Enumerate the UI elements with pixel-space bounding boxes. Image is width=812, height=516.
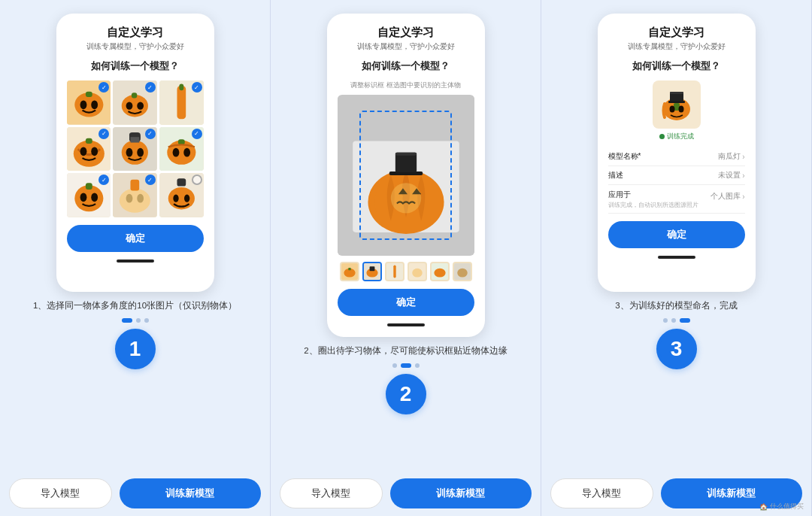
home-bar-2: [387, 323, 425, 326]
config-row-name[interactable]: 模型名称* 南瓜灯 ›: [608, 147, 745, 166]
crop-hint: 调整标识框 框选图中要识别的主体物: [350, 80, 461, 90]
watermark-icon: 🏠: [759, 503, 768, 511]
thumb-5[interactable]: [430, 262, 450, 281]
phone-2-title: 自定义学习: [377, 26, 434, 40]
svg-rect-22: [131, 137, 140, 142]
photo-cell-8[interactable]: ✓: [113, 173, 157, 217]
apply-value: 个人图库: [710, 191, 741, 202]
svg-rect-12: [179, 83, 183, 90]
check-2: ✓: [145, 82, 156, 93]
svg-point-44: [184, 195, 189, 202]
svg-point-65: [412, 269, 423, 278]
confirm-btn-2[interactable]: 确定: [338, 289, 474, 316]
svg-point-29: [183, 148, 190, 157]
import-btn-3[interactable]: 导入模型: [550, 478, 653, 508]
confirm-btn-1[interactable]: 确定: [67, 225, 204, 252]
phone-1-question: 如何训练一个模型？: [91, 59, 179, 73]
photo-grid: ✓ ✓ ✓ ✓ ✓ ✓: [67, 80, 204, 217]
svg-point-69: [457, 269, 468, 278]
import-btn-1[interactable]: 导入模型: [9, 478, 112, 508]
thumb-1[interactable]: [340, 262, 359, 281]
apply-arrow: ›: [742, 193, 744, 201]
desc-arrow: ›: [742, 171, 744, 180]
svg-point-24: [137, 148, 144, 157]
dot-2-1: [392, 363, 397, 368]
config-rows: 模型名称* 南瓜灯 › 描述 未设置 › 应用于 训练完成，自动识别所选图源照片: [608, 147, 745, 214]
apply-label: 应用于: [608, 190, 698, 200]
svg-rect-58: [348, 268, 350, 270]
step-dots-3: [663, 318, 690, 323]
svg-rect-74: [670, 92, 683, 94]
train-btn-1[interactable]: 训练新模型: [120, 478, 261, 508]
photo-cell-7[interactable]: ✓: [67, 173, 111, 217]
dot-3-2: [671, 318, 676, 323]
phone-1-title: 自定义学习: [107, 26, 163, 40]
svg-point-34: [91, 193, 98, 202]
svg-point-38: [126, 194, 133, 203]
config-row-apply[interactable]: 应用于 训练完成，自动识别所选图源照片 个人图库 ›: [608, 185, 745, 214]
import-btn-2[interactable]: 导入模型: [280, 478, 383, 508]
confirm-btn-3[interactable]: 确定: [608, 221, 745, 248]
check-6: ✓: [192, 129, 202, 139]
photo-cell-9[interactable]: [159, 173, 204, 217]
step-dots-2: [392, 363, 420, 368]
photo-cell-1[interactable]: ✓: [67, 80, 111, 125]
step-dots-1: [122, 318, 149, 323]
phone-2: 自定义学习 训练专属模型，守护小众爱好 如何训练一个模型？ 调整标识框 框选图中…: [327, 14, 485, 337]
model-name-label: 模型名称*: [608, 151, 641, 162]
train-btn-2[interactable]: 训练新模型: [390, 478, 532, 508]
step-desc-2: 2、圈出待学习物体，尽可能使标识框贴近物体边缘: [301, 345, 510, 357]
phone-1: 自定义学习 训练专属模型，守护小众爱好 如何训练一个模型？ ✓ ✓ ✓ ✓: [56, 14, 214, 292]
svg-rect-75: [668, 101, 685, 103]
svg-point-76: [669, 106, 674, 113]
svg-rect-63: [393, 266, 395, 278]
svg-point-8: [126, 102, 133, 110]
desc-label: 描述: [608, 170, 623, 181]
svg-point-28: [172, 148, 179, 157]
model-thumb: [653, 80, 701, 129]
svg-rect-61: [369, 266, 374, 271]
trained-dot: [659, 134, 665, 139]
svg-point-16: [80, 147, 86, 156]
bottom-bar-1: 导入模型 训练新模型: [9, 475, 261, 508]
svg-point-36: [120, 189, 150, 213]
model-name-value: 南瓜灯: [718, 151, 741, 162]
thumb-6[interactable]: [453, 262, 472, 281]
svg-point-43: [173, 195, 178, 202]
step-desc-1: 1、选择同一物体多角度的10张图片（仅识别物体）: [30, 299, 240, 312]
bottom-bar-2: 导入模型 训练新模型: [280, 475, 532, 508]
svg-point-77: [678, 106, 683, 113]
dot-2-2: [401, 363, 411, 368]
step-num-1: 1: [115, 329, 156, 369]
dot-3-3: [680, 318, 690, 323]
step-num-2: 2: [386, 374, 426, 414]
check-5: ✓: [145, 129, 156, 139]
panel-2: 自定义学习 训练专属模型，守护小众爱好 如何训练一个模型？ 调整标识框 框选图中…: [271, 0, 541, 516]
svg-rect-32: [85, 184, 92, 190]
thumb-3[interactable]: [385, 262, 404, 281]
photo-cell-2[interactable]: ✓: [113, 80, 157, 125]
dot-3-1: [663, 318, 668, 323]
svg-point-23: [126, 148, 133, 157]
svg-point-39: [137, 194, 144, 203]
svg-rect-42: [177, 179, 186, 187]
panel-3: 自定义学习 训练专属模型，守护小众爱好 如何训练一个模型？: [541, 0, 812, 516]
svg-point-33: [80, 193, 86, 202]
photo-cell-6[interactable]: ✓: [159, 127, 204, 171]
uncheck-9: [192, 175, 202, 185]
photo-cell-3[interactable]: ✓: [159, 80, 204, 125]
home-bar-3: [658, 256, 695, 259]
check-3: ✓: [192, 82, 202, 93]
thumb-4[interactable]: [408, 262, 427, 281]
check-4: ✓: [98, 129, 109, 139]
thumb-2[interactable]: [362, 262, 382, 281]
dot-1-1: [122, 318, 132, 323]
watermark: 🏠 什么值得买: [759, 502, 804, 511]
phone-2-question: 如何训练一个模型？: [362, 59, 450, 73]
photo-cell-5[interactable]: ✓: [113, 127, 157, 171]
model-name-arrow: ›: [742, 153, 744, 161]
dot-1-3: [144, 318, 149, 323]
config-row-desc[interactable]: 描述 未设置 ›: [608, 166, 745, 185]
crop-area[interactable]: [338, 95, 474, 256]
photo-cell-4[interactable]: ✓: [67, 127, 111, 171]
